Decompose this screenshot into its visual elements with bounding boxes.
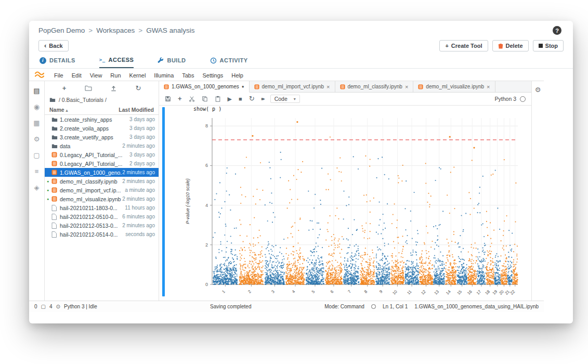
cursor-position[interactable]: Ln 1, Col 1 [383, 304, 408, 309]
dirty-indicator-icon[interactable]: ● [242, 84, 244, 89]
file-modified: 3 days ago [129, 125, 155, 131]
plus-icon: + [445, 42, 448, 49]
breadcrumb-item[interactable]: PopGen Demo [38, 27, 85, 34]
file-row[interactable]: hail-20210211-1803-0...11 hours ago [45, 203, 159, 212]
file-row[interactable]: 3.create_vuetify_apps3 days ago [45, 133, 159, 141]
tab-label: DETAILS [49, 57, 75, 63]
file-row[interactable]: data2 minutes ago [45, 141, 159, 150]
active-filename: 1.GWAS_on_1000_genomes_data_using_HAIL.i… [414, 304, 539, 309]
svg-text:0: 0 [205, 282, 208, 287]
file-browser-path[interactable]: / 0.Basic_Tutorials / [45, 95, 159, 105]
doc-tab[interactable]: demo_ml_import_vcf.ipynb× [250, 81, 335, 92]
menu-help[interactable]: Help [227, 71, 247, 80]
file-name: demo_ml_visualize.ipynb [60, 196, 122, 202]
kernel-name[interactable]: Python 3 [495, 96, 516, 102]
notebook-icon [418, 84, 423, 89]
doc-tab[interactable]: 1.GWAS_on_1000_genomes● [159, 81, 250, 93]
document-tabbar: 1.GWAS_on_1000_genomes●demo_ml_import_vc… [159, 81, 531, 93]
terminal-count[interactable]: 0 [34, 304, 37, 309]
file-name: 0.Legacy_API_Tutorial_... [60, 161, 129, 167]
back-button[interactable]: ‹Back [38, 40, 69, 51]
svg-text:19: 19 [492, 289, 499, 296]
file-row[interactable]: 0.Legacy_API_Tutorial_...3 days ago [45, 150, 159, 159]
kernel-count[interactable]: 4 [49, 304, 53, 309]
refresh-icon[interactable]: ↻ [135, 84, 141, 92]
doc-tab-label: demo_ml_import_vcf.ipynb [262, 84, 324, 89]
doc-tab[interactable]: demo_ml_classify.ipynb× [335, 81, 414, 92]
table-of-contents-icon[interactable]: ≡ [35, 168, 39, 175]
stop-button[interactable]: Stop [533, 40, 564, 51]
file-row[interactable]: hail-20210212-0514-0...seconds ago [45, 230, 159, 239]
menu-tabs[interactable]: Tabs [178, 71, 198, 80]
file-row[interactable]: hail-20210212-0510-0...6 minutes ago [45, 212, 159, 221]
menu-illumina[interactable]: Illumina [150, 71, 178, 80]
breadcrumb-item[interactable]: Workspaces [96, 27, 135, 34]
svg-text:17: 17 [476, 289, 482, 296]
paste-icon[interactable] [215, 96, 221, 102]
help-icon[interactable]: ? [553, 26, 561, 35]
cell-source-code[interactable]: show( p ) [193, 106, 221, 112]
cell-type-dropdown[interactable]: Code▾ [270, 95, 300, 103]
file-row[interactable]: 1.create_rshiny_apps3 days ago [45, 115, 159, 124]
command-palette-icon[interactable]: ▦ [33, 120, 40, 127]
menu-view[interactable]: View [86, 71, 107, 80]
file-row[interactable]: ●demo_ml_visualize.ipynb2 minutes ago [45, 194, 159, 203]
modified-column-header[interactable]: Last Modified [119, 107, 154, 113]
open-tabs-icon[interactable]: ▢ [33, 152, 40, 159]
notebook-icon [340, 84, 345, 89]
upload-icon[interactable] [110, 85, 117, 92]
file-browser: + ↻ / 0.Basic_Tutorials / Name▴ Last Mod… [45, 81, 159, 301]
file-row[interactable]: 1.GWAS_on_1000_geno...2 minutes ago [45, 168, 159, 177]
new-launcher-icon[interactable]: + [62, 84, 67, 92]
cut-icon[interactable] [189, 96, 195, 102]
breadcrumb: PopGen Demo>Workspaces>GWAS analysis [38, 27, 194, 34]
menu-settings[interactable]: Settings [199, 71, 228, 80]
menu-kernel[interactable]: Kernel [125, 71, 150, 80]
insert-cell-icon[interactable]: + [178, 96, 182, 102]
terminal-count-icon: ▢ [41, 304, 46, 309]
tab-label: ACTIVITY [220, 57, 248, 63]
create-tool-button[interactable]: +Create Tool [439, 40, 488, 51]
file-row[interactable]: ●demo_ml_import_vcf.ip...a minute ago [45, 186, 159, 194]
delete-button[interactable]: Delete [492, 40, 529, 51]
tab-details[interactable]: i DETAILS [40, 55, 75, 68]
running-sessions-icon[interactable]: ◉ [34, 103, 40, 111]
tab-activity[interactable]: ACTIVITY [210, 55, 248, 68]
menu-run[interactable]: Run [106, 71, 125, 80]
copy-icon[interactable] [202, 96, 208, 102]
file-row[interactable]: 0.Legacy_API_Tutorial_...2 days ago [45, 159, 159, 168]
gear-icon[interactable]: ⚙ [535, 86, 541, 94]
interrupt-icon[interactable]: ■ [239, 96, 242, 102]
doc-tab[interactable]: demo_ml_visualize.ipynb× [413, 81, 495, 92]
editor-mode[interactable]: Mode: Command [324, 304, 364, 309]
folder-icon [51, 135, 60, 140]
property-inspector-icon[interactable]: ⚙ [34, 136, 40, 143]
file-modified: 2 minutes ago [122, 178, 155, 184]
file-browser-icon[interactable]: ▤ [33, 87, 40, 95]
menu-edit[interactable]: Edit [68, 71, 86, 80]
tab-build[interactable]: BUILD [158, 55, 186, 68]
doc-tab-label: demo_ml_classify.ipynb [348, 84, 402, 89]
file-row[interactable]: ●demo_ml_classify.ipynb2 minutes ago [45, 177, 159, 186]
kernel-status-text[interactable]: Python 3 | Idle [64, 304, 97, 309]
svg-text:13: 13 [434, 289, 440, 296]
manhattan-plot: 0246812345678910111213141516171819202122… [182, 114, 522, 301]
file-modified: 3 days ago [129, 134, 155, 140]
active-cell-indicator[interactable] [162, 107, 165, 296]
save-icon[interactable] [165, 96, 171, 102]
menu-file[interactable]: File [50, 71, 68, 80]
restart-run-all-icon[interactable]: ▸▸ [262, 96, 264, 102]
new-folder-icon[interactable] [85, 85, 92, 91]
restart-kernel-icon[interactable]: ↻ [249, 96, 255, 102]
close-icon[interactable]: × [326, 84, 330, 90]
close-icon[interactable]: × [405, 84, 408, 90]
name-column-header[interactable]: Name▴ [49, 107, 119, 113]
file-row[interactable]: 2.create_voila_apps3 days ago [45, 124, 159, 133]
file-row[interactable]: hail-20210212-0513-0...2 minutes ago [45, 221, 159, 230]
svg-text:22: 22 [509, 289, 516, 296]
extension-manager-icon[interactable]: ◈ [34, 184, 40, 191]
tab-access[interactable]: >_ ACCESS [99, 55, 134, 68]
file-name: 3.create_vuetify_apps [60, 134, 129, 140]
run-icon[interactable]: ▶ [228, 96, 232, 102]
close-icon[interactable]: × [487, 84, 490, 90]
